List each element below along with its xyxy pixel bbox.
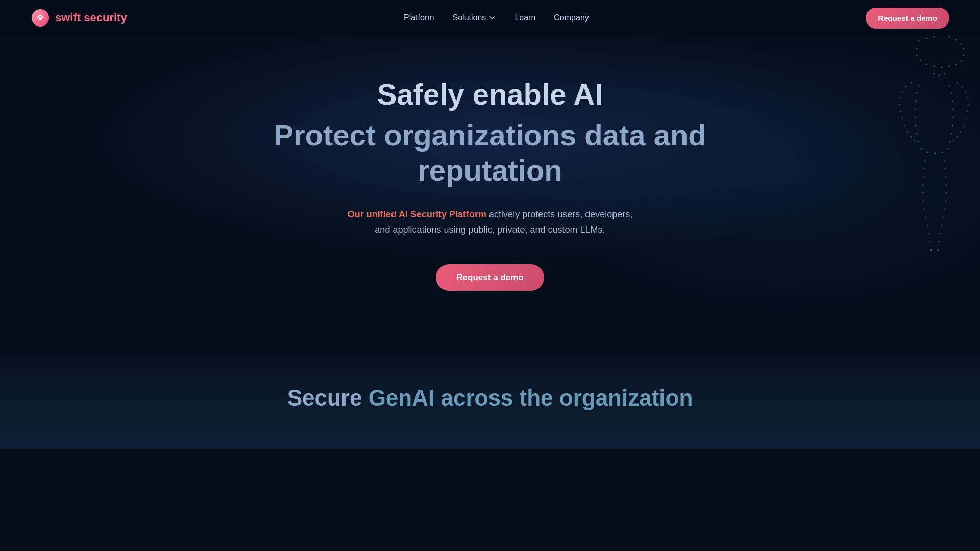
bottom-section: Secure GenAI across the organization <box>0 347 980 449</box>
svg-point-73 <box>925 217 927 218</box>
svg-point-41 <box>916 133 918 135</box>
svg-point-64 <box>942 152 943 153</box>
svg-point-69 <box>922 184 924 186</box>
svg-point-28 <box>900 111 902 112</box>
svg-point-50 <box>949 141 951 143</box>
svg-point-25 <box>902 91 903 93</box>
request-demo-button-hero[interactable]: Request a demo <box>436 264 544 291</box>
svg-point-57 <box>963 125 965 127</box>
hero-subtitle-highlight: Our unified AI Security Platform <box>348 209 486 219</box>
svg-point-66 <box>924 160 926 161</box>
svg-point-86 <box>941 225 943 227</box>
bottom-title-bold: GenAI across the organization <box>369 385 693 410</box>
svg-point-45 <box>952 101 953 102</box>
svg-point-48 <box>952 125 953 127</box>
svg-point-96 <box>970 234 972 236</box>
logo-text: swift security <box>55 11 127 24</box>
request-demo-button-nav[interactable]: Request a demo <box>866 8 949 29</box>
hero-title-line1: Safely enable AI <box>260 77 720 112</box>
dot-decoration <box>776 0 980 347</box>
svg-point-91 <box>972 173 973 174</box>
hero-subtitle: Our unified AI Security Platform activel… <box>347 207 633 238</box>
svg-point-98 <box>902 160 903 161</box>
logo-link[interactable]: swift security <box>31 8 127 28</box>
svg-point-70 <box>922 192 924 194</box>
nav-link-learn[interactable]: Learn <box>514 13 535 22</box>
svg-point-83 <box>945 201 947 202</box>
svg-point-12 <box>955 64 957 65</box>
svg-point-11 <box>961 60 962 62</box>
svg-point-55 <box>914 140 916 142</box>
bottom-section-title: Secure GenAI across the organization <box>287 385 693 411</box>
svg-point-56 <box>965 118 967 119</box>
nav-item-platform[interactable]: Platform <box>404 13 434 22</box>
nav-link-platform[interactable]: Platform <box>404 13 434 22</box>
svg-point-40 <box>915 125 917 127</box>
svg-point-81 <box>946 184 947 186</box>
svg-point-76 <box>929 241 931 243</box>
svg-point-77 <box>930 249 932 251</box>
svg-point-32 <box>967 97 969 99</box>
svg-point-95 <box>975 224 976 225</box>
svg-point-44 <box>951 92 952 94</box>
svg-point-3 <box>926 38 927 39</box>
chevron-down-icon <box>488 14 496 22</box>
svg-point-71 <box>923 201 924 202</box>
svg-point-34 <box>967 111 968 112</box>
svg-point-43 <box>949 85 950 87</box>
nav-link-solutions[interactable]: Solutions <box>453 13 497 22</box>
svg-point-15 <box>934 66 935 67</box>
svg-point-79 <box>945 168 946 169</box>
svg-point-85 <box>943 217 944 218</box>
svg-point-62 <box>927 152 929 153</box>
svg-point-58 <box>960 131 962 133</box>
svg-point-14 <box>941 67 943 68</box>
svg-point-94 <box>968 211 970 213</box>
svg-point-6 <box>949 36 950 38</box>
svg-point-33 <box>968 104 969 106</box>
nav-item-learn[interactable]: Learn <box>514 13 535 22</box>
nav-item-company[interactable]: Company <box>554 13 589 22</box>
svg-point-39 <box>915 117 916 118</box>
svg-point-22 <box>944 73 945 75</box>
svg-point-90 <box>964 163 965 164</box>
svg-point-89 <box>938 249 939 251</box>
svg-point-87 <box>940 233 941 235</box>
svg-point-101 <box>905 198 906 199</box>
svg-point-47 <box>952 117 954 118</box>
svg-point-29 <box>957 82 958 84</box>
svg-point-61 <box>921 148 922 150</box>
svg-point-88 <box>939 241 940 243</box>
navbar: swift security Platform Solutions Learn … <box>0 0 980 36</box>
svg-point-53 <box>907 131 909 133</box>
logo-icon <box>31 8 50 28</box>
hero-section: Safely enable AI Protect organizations d… <box>0 0 980 347</box>
svg-point-74 <box>927 225 928 227</box>
svg-point-80 <box>945 176 947 178</box>
svg-point-24 <box>905 86 907 88</box>
svg-point-17 <box>920 60 921 61</box>
svg-point-51 <box>902 118 903 119</box>
svg-point-19 <box>916 48 918 50</box>
svg-point-100 <box>908 186 910 187</box>
svg-point-63 <box>935 153 936 154</box>
bottom-title-normal: Secure <box>287 385 369 410</box>
nav-link-company[interactable]: Company <box>554 13 589 22</box>
nav-item-solutions[interactable]: Solutions <box>453 13 497 22</box>
svg-point-31 <box>965 91 967 93</box>
svg-point-60 <box>953 140 954 142</box>
svg-point-99 <box>905 173 906 174</box>
svg-point-1 <box>39 17 42 20</box>
svg-point-9 <box>963 48 965 50</box>
nav-links: Platform Solutions Learn Company <box>404 13 589 22</box>
svg-point-93 <box>973 198 974 199</box>
svg-point-27 <box>899 104 901 106</box>
svg-point-26 <box>900 97 901 99</box>
svg-point-7 <box>955 39 957 41</box>
svg-point-16 <box>926 64 927 65</box>
svg-point-18 <box>916 55 918 56</box>
svg-point-49 <box>951 133 952 135</box>
svg-point-59 <box>957 136 958 138</box>
svg-point-72 <box>924 209 925 210</box>
svg-point-54 <box>911 136 912 138</box>
